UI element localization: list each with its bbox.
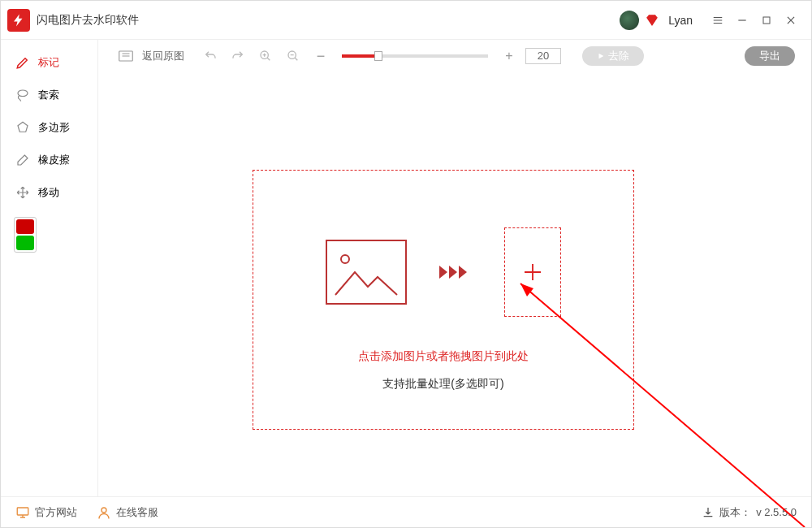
premium-gem-icon[interactable] — [646, 14, 659, 27]
statusbar: 官方网站 在线客服 版本： v 2.5.5.0 — [1, 496, 811, 527]
eraser-icon — [15, 153, 30, 167]
zoom-in-button[interactable] — [254, 45, 277, 67]
username-label[interactable]: Lyan — [668, 14, 693, 27]
add-image-target[interactable] — [504, 227, 561, 317]
move-icon — [15, 185, 30, 200]
download-icon — [702, 506, 715, 519]
lasso-icon — [15, 88, 30, 102]
menu-button[interactable] — [706, 8, 730, 32]
tool-label: 标记 — [38, 55, 59, 70]
tool-sidebar: 标记 套索 多边形 橡皮擦 移动 — [1, 40, 98, 496]
return-original-label[interactable]: 返回原图 — [142, 49, 184, 63]
official-site-link[interactable]: 官方网站 — [15, 505, 77, 520]
export-button[interactable]: 导出 — [745, 46, 795, 66]
tool-polygon[interactable]: 多边形 — [1, 111, 97, 144]
undo-button[interactable] — [199, 45, 222, 67]
tool-marker[interactable]: 标记 — [1, 46, 97, 79]
slider-thumb[interactable] — [374, 51, 382, 61]
remove-watermark-button[interactable]: 去除 — [582, 46, 644, 66]
color-swatches — [14, 217, 37, 253]
slider-minus[interactable]: − — [309, 45, 332, 67]
svg-rect-0 — [763, 17, 770, 24]
dropzone-instruction: 点击添加图片或者拖拽图片到此处 — [253, 349, 633, 364]
placeholder-image-icon — [326, 240, 407, 305]
app-logo-icon — [7, 9, 30, 32]
redo-button[interactable] — [227, 45, 249, 67]
tool-lasso[interactable]: 套索 — [1, 79, 97, 111]
headset-icon — [97, 505, 111, 520]
original-image-icon[interactable] — [114, 45, 137, 67]
brush-size-value[interactable]: 20 — [525, 48, 561, 64]
customer-service-link[interactable]: 在线客服 — [97, 505, 158, 520]
tool-move[interactable]: 移动 — [1, 176, 97, 209]
tool-label: 移动 — [38, 185, 59, 200]
top-toolbar: 返回原图 − + 20 去除 导出 — [98, 40, 811, 72]
svg-point-1 — [18, 90, 28, 97]
dropzone-subtext: 支持批量处理(多选即可) — [253, 377, 633, 392]
marker-icon — [15, 55, 30, 70]
svg-point-9 — [102, 508, 106, 513]
arrow-right-icon — [439, 262, 472, 282]
maximize-button[interactable] — [754, 8, 779, 32]
tool-label: 橡皮擦 — [38, 153, 70, 167]
polygon-icon — [15, 120, 30, 135]
svg-point-5 — [341, 255, 349, 263]
minimize-button[interactable] — [730, 8, 754, 32]
version-info[interactable]: 版本： v 2.5.5.0 — [702, 505, 797, 520]
canvas-area: 点击添加图片或者拖拽图片到此处 支持批量处理(多选即可) — [98, 72, 811, 496]
monitor-icon — [15, 505, 30, 520]
image-dropzone[interactable]: 点击添加图片或者拖拽图片到此处 支持批量处理(多选即可) — [253, 170, 634, 430]
tool-label: 多边形 — [38, 120, 70, 135]
color-swatch-red[interactable] — [16, 219, 34, 234]
color-swatch-green[interactable] — [16, 236, 34, 250]
brush-size-slider[interactable] — [342, 54, 488, 58]
app-title: 闪电图片去水印软件 — [37, 13, 139, 28]
zoom-out-button[interactable] — [282, 45, 304, 67]
close-button[interactable] — [779, 8, 803, 32]
svg-rect-8 — [17, 508, 28, 515]
titlebar: 闪电图片去水印软件 Lyan — [1, 1, 811, 40]
user-avatar[interactable] — [620, 11, 639, 30]
tool-eraser[interactable]: 橡皮擦 — [1, 144, 97, 176]
slider-plus[interactable]: + — [498, 45, 520, 67]
tool-label: 套索 — [38, 88, 59, 102]
